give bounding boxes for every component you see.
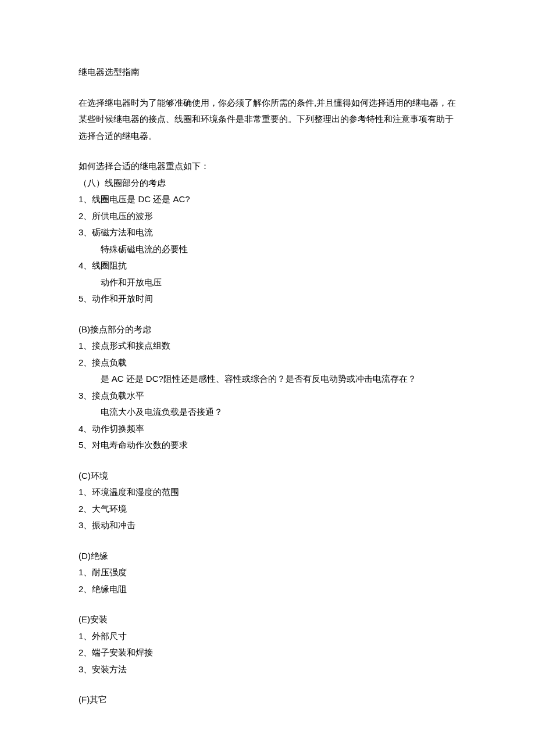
item-number: 3、 [79, 664, 92, 674]
item-text: 端子安装和焊接 [92, 647, 153, 657]
list-item: 4、线圈阻抗 [79, 257, 456, 274]
list-item: 1、环境温度和湿度的范围 [79, 484, 456, 501]
item-number: 1、 [79, 631, 92, 641]
item-number: 3、 [79, 390, 92, 400]
item-number: 3、 [79, 227, 92, 237]
list-item: 2、接点负载 [79, 354, 456, 371]
list-item: 5、动作和开放时间 [79, 291, 456, 307]
item-text: 所供电压的波形 [92, 211, 153, 221]
item-number: 1、 [79, 194, 92, 204]
list-item: 1、耐压强度 [79, 564, 456, 581]
intro-paragraph: 在选择继电器时为了能够准确使用，你必须了解你所需的条件,并且懂得如何选择适用的继… [79, 95, 456, 145]
item-text: 接点负载水平 [92, 390, 144, 400]
list-item: 4、动作切换频率 [79, 421, 456, 438]
item-text: 动作切换频率 [92, 424, 144, 433]
item-text: 对电寿命动作次数的要求 [92, 440, 188, 450]
item-text: 线圈阻抗 [92, 260, 127, 270]
item-number: 2、 [79, 504, 92, 514]
list-item: 3、安装方法 [79, 661, 456, 678]
item-text: 绝缘电阻 [92, 584, 127, 594]
item-number: 4、 [79, 260, 92, 270]
document-page: 继电器选型指南 在选择继电器时为了能够准确使用，你必须了解你所需的条件,并且懂得… [0, 0, 535, 743]
document-title: 继电器选型指南 [79, 64, 456, 81]
section-b-heading: (B)接点部分的考虑 [79, 321, 456, 338]
section-d-heading: (D)绝缘 [79, 548, 456, 565]
sub-item: 动作和开放电压 [79, 274, 456, 291]
section-e-heading: (E)安装 [79, 611, 456, 628]
section-a-heading: （八）线圈部分的考虑 [79, 175, 456, 192]
item-text: 砺磁方法和电流 [92, 227, 153, 237]
list-item: 1、外部尺寸 [79, 628, 456, 645]
item-text: 耐压强度 [92, 567, 127, 577]
item-text: 线圈电压是 DC 还是 AC? [92, 194, 190, 204]
list-item: 1、线圈电压是 DC 还是 AC? [79, 191, 456, 208]
list-item: 2、大气环境 [79, 501, 456, 518]
item-text: 振动和冲击 [92, 520, 135, 530]
item-text: 接点形式和接点组数 [92, 341, 170, 350]
list-item: 1、接点形式和接点组数 [79, 338, 456, 354]
sub-item: 特殊砺磁电流的必要性 [79, 241, 456, 258]
list-item: 3、振动和冲击 [79, 517, 456, 534]
sub-item: 是 AC 还是 DC?阻性还是感性、容性或综合的？是否有反电动势或冲击电流存在？ [79, 371, 456, 388]
item-text: 大气环境 [92, 504, 127, 514]
item-number: 2、 [79, 357, 92, 367]
list-item: 2、端子安装和焊接 [79, 644, 456, 661]
item-number: 2、 [79, 211, 92, 221]
item-text: 动作和开放时间 [92, 293, 153, 303]
item-number: 1、 [79, 487, 92, 497]
item-number: 1、 [79, 567, 92, 577]
item-text: 环境温度和湿度的范围 [92, 487, 179, 497]
item-number: 5、 [79, 440, 92, 450]
list-item: 3、砺磁方法和电流 [79, 224, 456, 241]
item-number: 5、 [79, 293, 92, 303]
item-number: 2、 [79, 584, 92, 594]
item-text: 外部尺寸 [92, 631, 127, 641]
section-c-heading: (C)环境 [79, 468, 456, 485]
item-number: 3、 [79, 520, 92, 530]
item-text: 安装方法 [92, 664, 127, 674]
subtitle: 如何选择合适的继电器重点如下： [79, 158, 456, 175]
list-item: 3、接点负载水平 [79, 388, 456, 404]
list-item: 2、所供电压的波形 [79, 208, 456, 225]
section-f-heading: (F)其它 [79, 691, 456, 708]
sub-item: 电流大小及电流负载是否接通？ [79, 404, 456, 421]
item-text: 接点负载 [92, 357, 127, 367]
item-number: 4、 [79, 424, 92, 433]
list-item: 5、对电寿命动作次数的要求 [79, 437, 456, 454]
item-number: 1、 [79, 341, 92, 350]
list-item: 2、绝缘电阻 [79, 581, 456, 598]
item-number: 2、 [79, 647, 92, 657]
